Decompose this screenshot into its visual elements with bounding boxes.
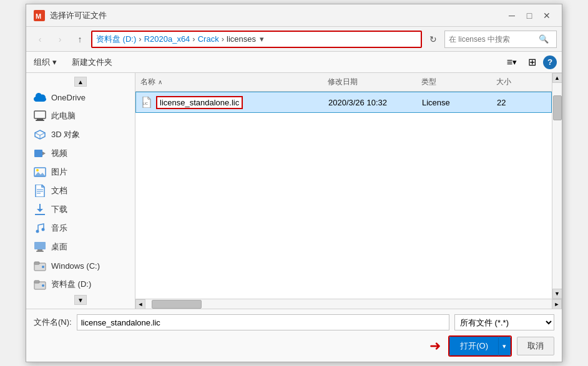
sidebar-label-data-d: 资料盘 (D:): [51, 279, 91, 290]
sidebar-item-data-d[interactable]: 资料盘 (D:): [26, 275, 135, 294]
file-area: 名称 ∧ 修改日期 类型 大小: [135, 73, 562, 309]
scroll-down-button[interactable]: ▼: [552, 289, 562, 299]
col-date-header[interactable]: 修改日期: [323, 77, 416, 87]
minimize-button[interactable]: ─: [504, 8, 519, 23]
drive-d-icon: [34, 278, 46, 291]
forward-button[interactable]: ›: [51, 31, 69, 48]
scroll-thumb[interactable]: [553, 95, 562, 120]
sidebar-label-this-pc: 此电脑: [51, 110, 76, 122]
h-scroll-right-button[interactable]: ►: [552, 299, 562, 309]
file-list-container: 名称 ∧ 修改日期 类型 大小: [135, 73, 552, 299]
help-icon: ?: [547, 57, 552, 67]
svg-line-7: [40, 133, 45, 135]
file-size: 22: [497, 98, 506, 107]
svg-rect-29: [34, 281, 39, 283]
new-folder-label: 新建文件夹: [72, 57, 112, 68]
col-size-header[interactable]: 大小: [491, 77, 541, 87]
sidebar-scroll-down-button[interactable]: ▼: [74, 295, 87, 305]
titlebar: M 选择许可证文件 ─ □ ✕: [26, 4, 562, 27]
music-icon: [34, 222, 46, 234]
sidebar-label-3d: 3D 对象: [51, 129, 80, 140]
organize-button[interactable]: 组织 ▾: [31, 55, 59, 69]
sidebar-item-downloads[interactable]: 下载: [26, 200, 135, 219]
svg-rect-4: [36, 120, 44, 121]
svg-point-21: [42, 228, 45, 231]
back-button[interactable]: ‹: [31, 31, 49, 48]
file-size-cell: 22: [492, 98, 542, 107]
sidebar-item-images[interactable]: 图片: [26, 163, 135, 181]
svg-text:M: M: [36, 12, 41, 20]
h-scroll-thumb[interactable]: [152, 300, 202, 309]
new-folder-button[interactable]: 新建文件夹: [69, 55, 115, 69]
view-details-icon: ≡: [507, 57, 512, 68]
sidebar-item-onedrive[interactable]: OneDrive: [26, 88, 135, 107]
svg-point-20: [36, 230, 39, 233]
filename-label: 文件名(N):: [34, 317, 72, 328]
breadcrumb-item-crack[interactable]: Crack: [198, 34, 219, 44]
cancel-button[interactable]: 取消: [517, 337, 554, 355]
svg-text:LIC: LIC: [143, 102, 148, 105]
help-button[interactable]: ?: [543, 55, 557, 69]
file-row-0[interactable]: LIC license_standalone.lic 2020/3/26 10:…: [135, 92, 552, 113]
breadcrumb-item-r2020a[interactable]: R2020a_x64: [144, 34, 190, 44]
sidebar-item-this-pc[interactable]: 此电脑: [26, 107, 135, 125]
breadcrumb: 资料盘 (D:) › R2020a_x64 › Crack › licenses…: [91, 31, 422, 48]
col-name-header[interactable]: 名称 ∧: [135, 77, 323, 87]
sidebar-label-desktop: 桌面: [51, 241, 67, 253]
sidebar-item-desktop[interactable]: 桌面: [26, 238, 135, 256]
col-type-label: 类型: [421, 77, 436, 86]
breadcrumb-current: licenses: [227, 34, 256, 44]
search-input[interactable]: [449, 35, 536, 44]
filetype-select[interactable]: 所有文件 (*.*): [454, 314, 554, 330]
search-box: 🔍: [444, 31, 557, 48]
sidebar-label-documents: 文档: [51, 185, 67, 196]
sidebar-item-windows-c[interactable]: Windows (C:): [26, 256, 135, 275]
layout-button[interactable]: ⊞: [523, 54, 541, 70]
search-icon: 🔍: [539, 34, 549, 44]
titlebar-left: M 选择许可证文件: [34, 10, 107, 21]
open-button[interactable]: 打开(O): [449, 337, 498, 355]
breadcrumb-dropdown-button[interactable]: ▾: [256, 31, 268, 48]
sidebar-item-videos[interactable]: 视频: [26, 144, 135, 163]
file-date-cell: 2020/3/26 10:32: [323, 98, 417, 107]
doc-icon: [34, 185, 46, 197]
sidebar-label-onedrive: OneDrive: [51, 93, 86, 102]
view-details-button[interactable]: ≡ ▾: [503, 54, 521, 70]
breadcrumb-inner: 资料盘 (D:) › R2020a_x64 › Crack › licenses: [96, 34, 256, 45]
red-arrow-annotation: ➜: [429, 338, 441, 354]
svg-marker-10: [42, 152, 46, 155]
svg-marker-13: [34, 172, 46, 176]
h-scroll-left-button[interactable]: ◄: [135, 299, 145, 309]
dialog-title: 选择许可证文件: [50, 10, 107, 21]
image-icon: [34, 166, 46, 178]
svg-point-27: [42, 266, 44, 268]
scroll-track: [552, 83, 562, 289]
file-dialog: M 选择许可证文件 ─ □ ✕ ‹ › ↑ 资料盘 (D:) › R2020a_…: [26, 4, 562, 362]
video-icon: [34, 147, 46, 160]
sidebar-scroll-up-button[interactable]: ▲: [74, 77, 87, 87]
filename-input[interactable]: [77, 314, 449, 330]
col-type-header[interactable]: 类型: [416, 77, 491, 87]
titlebar-controls: ─ □ ✕: [504, 8, 554, 23]
svg-rect-26: [34, 262, 39, 264]
organize-label: 组织: [34, 57, 50, 68]
breadcrumb-item-d-drive[interactable]: 资料盘 (D:): [96, 34, 136, 45]
file-type-cell: License: [417, 98, 492, 107]
svg-point-30: [42, 284, 44, 287]
refresh-button[interactable]: ↻: [424, 31, 442, 48]
drive-c-icon: [34, 259, 46, 272]
sidebar-item-3d-objects[interactable]: 3D 对象: [26, 125, 135, 144]
file-type: License: [422, 98, 450, 107]
scroll-up-button[interactable]: ▲: [552, 73, 562, 83]
open-dropdown-button[interactable]: ▾: [498, 337, 511, 355]
file-icon: LIC: [141, 97, 152, 108]
empty-area: [135, 113, 552, 238]
up-button[interactable]: ↑: [71, 31, 89, 48]
sidebar-item-documents[interactable]: 文档: [26, 181, 135, 200]
download-icon: [34, 203, 46, 216]
maximize-button[interactable]: □: [522, 8, 537, 23]
sidebar-item-music[interactable]: 音乐: [26, 219, 135, 238]
scrollbar-area: 名称 ∧ 修改日期 类型 大小: [135, 73, 562, 299]
nav-toolbar: ‹ › ↑ 资料盘 (D:) › R2020a_x64 › Crack › li…: [26, 27, 562, 52]
close-button[interactable]: ✕: [539, 8, 554, 23]
